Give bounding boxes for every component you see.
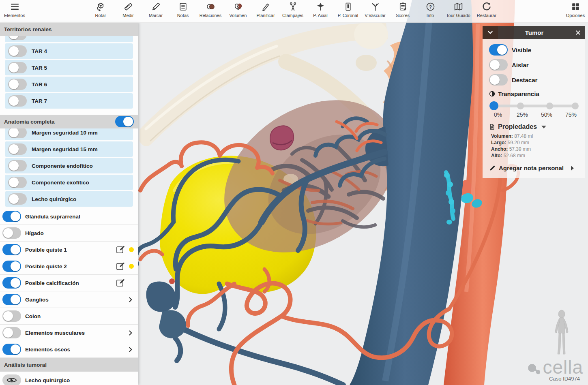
collapse-panel-button[interactable] xyxy=(483,26,498,39)
slider-ticks: 0% 25% 50% 75% xyxy=(489,110,580,118)
sidebar-item-colon[interactable]: Colon xyxy=(0,308,138,325)
toggle[interactable] xyxy=(8,177,27,188)
toolbar-tour-guiado[interactable]: Tour Guiado xyxy=(444,2,472,18)
menu-icon xyxy=(2,2,27,13)
sidebar-item-posible-quiste-1[interactable]: Posible quiste 1 xyxy=(0,242,138,258)
section-anatomia-completa: Anatomía completa xyxy=(0,115,138,128)
sidebar-item-higado[interactable]: Hígado xyxy=(0,225,138,242)
toggle[interactable] xyxy=(2,277,21,289)
toggle[interactable] xyxy=(2,211,21,222)
eye-icon[interactable] xyxy=(2,374,21,385)
edit-icon[interactable] xyxy=(116,245,125,255)
toolbar-elementos[interactable]: Elementos xyxy=(2,2,27,18)
edit-icon[interactable] xyxy=(116,261,125,271)
toggle[interactable] xyxy=(2,261,21,272)
section-analisis-tumoral: Análisis tumoral xyxy=(0,358,138,372)
toggle[interactable] xyxy=(8,160,27,171)
top-toolbar: Elementos Rotar Medir Marcar Notas Relac… xyxy=(0,0,588,23)
visible-toggle-row[interactable]: Visible xyxy=(489,44,580,56)
destacar-toggle-row[interactable]: Destacar xyxy=(489,74,580,86)
toolbar-notas[interactable]: Notas xyxy=(169,2,197,18)
calcification[interactable] xyxy=(270,126,294,150)
sidebar-item-componente-endofitico[interactable]: Componente endofítico xyxy=(5,158,133,173)
edit-icon[interactable] xyxy=(116,278,125,288)
aislar-toggle-row[interactable]: Aislar xyxy=(489,59,580,71)
toggle[interactable] xyxy=(2,344,21,355)
toolbar-relaciones[interactable]: Relaciones xyxy=(197,2,224,18)
brand-watermark: cella Caso ID4974 xyxy=(527,358,583,382)
overlapping-circles-icon xyxy=(197,2,224,13)
toolbar-marcar[interactable]: Marcar xyxy=(142,2,170,18)
sidebar-item-margen-15mm[interactable]: Margen seguridad 15 mm xyxy=(5,141,133,157)
close-icon xyxy=(575,30,581,36)
pen-icon xyxy=(252,2,279,13)
toggle[interactable] xyxy=(489,74,508,86)
sidebar-item-lecho-quirurgico-analisis[interactable]: Lecho quirúrgico xyxy=(0,372,138,385)
sidebar-item-margen-10mm[interactable]: Margen seguridad 10 mm xyxy=(5,128,133,140)
toolbar-scores[interactable]: Scores xyxy=(389,2,416,18)
color-dot-yellow xyxy=(129,247,134,252)
close-panel-button[interactable] xyxy=(571,26,585,39)
toolbar-p-coronal[interactable]: P. Coronal xyxy=(334,2,362,18)
chevron-right-icon[interactable] xyxy=(127,329,134,336)
toggle[interactable] xyxy=(2,227,21,239)
sidebar-item-tar6[interactable]: TAR 6 xyxy=(5,77,133,92)
sidebar-item-posible-quiste-2[interactable]: Posible quiste 2 xyxy=(0,258,138,275)
toggle[interactable] xyxy=(8,143,27,155)
sidebar-item-tar5[interactable]: TAR 5 xyxy=(5,60,133,75)
map-icon xyxy=(444,2,472,13)
toolbar-opciones[interactable]: Opciones xyxy=(562,2,588,18)
toolbar-medir[interactable]: Medir xyxy=(114,2,142,18)
grid-icon xyxy=(562,2,588,13)
toggle[interactable] xyxy=(8,79,27,90)
toggle[interactable] xyxy=(8,36,27,40)
sidebar-item-ganglios[interactable]: Ganglios xyxy=(0,291,138,308)
artery-bit xyxy=(169,278,175,284)
toolbar-restaurar[interactable]: Restaurar xyxy=(473,2,500,18)
axial-plane-icon xyxy=(307,2,334,13)
caret-right-icon xyxy=(571,166,574,171)
toolbar-info[interactable]: ? Info xyxy=(416,2,444,18)
toggle[interactable] xyxy=(8,193,27,205)
property-alto: Alto: 52.68 mm xyxy=(491,153,580,158)
toggle[interactable] xyxy=(8,128,27,138)
add-personal-note-link[interactable]: Agregar nota personal xyxy=(489,165,580,171)
sidebar-item-glandula-suprarrenal[interactable]: Glándula suprarrenal xyxy=(0,208,138,225)
transparency-slider[interactable] xyxy=(489,101,579,110)
toggle[interactable] xyxy=(2,244,21,255)
toggle[interactable] xyxy=(8,95,27,107)
cella-logo-icon xyxy=(527,359,541,375)
sidebar-item-tar4[interactable]: TAR 4 xyxy=(5,43,133,59)
sidebar-item-tar7[interactable]: TAR 7 xyxy=(5,93,133,109)
property-ancho: Ancho: 57.39 mm xyxy=(491,146,580,152)
chevron-right-icon[interactable] xyxy=(127,346,134,353)
scores-clipboard-icon xyxy=(389,2,416,13)
toolbar-rotar[interactable]: Rotar xyxy=(87,2,114,18)
scrolled-row-partial xyxy=(5,36,133,42)
toggle[interactable] xyxy=(2,310,21,322)
case-id: Caso ID4974 xyxy=(527,376,580,382)
toggle[interactable] xyxy=(489,44,508,56)
toolbar-p-axial[interactable]: P. Axial xyxy=(307,2,334,18)
toggle[interactable] xyxy=(2,294,21,305)
chevron-right-icon[interactable] xyxy=(127,296,134,303)
sidebar-item-elementos-oseos[interactable]: Elementos óseos xyxy=(0,341,138,358)
svg-text:?: ? xyxy=(429,4,432,9)
toolbar-planificar[interactable]: Planificar xyxy=(252,2,279,18)
toggle[interactable] xyxy=(489,59,508,71)
toggle[interactable] xyxy=(8,45,27,57)
toggle[interactable] xyxy=(2,327,21,338)
toolbar-v-vascular[interactable]: V.Vascular xyxy=(361,2,389,18)
sidebar-item-elementos-musculares[interactable]: Elementos musculares xyxy=(0,325,138,341)
properties-header[interactable]: Propiedades xyxy=(489,123,580,130)
transparency-label: Transparencia xyxy=(489,90,580,97)
slider-track[interactable] xyxy=(493,105,576,107)
toggle[interactable] xyxy=(8,62,27,73)
sidebar-item-posible-calcificacion[interactable]: Posible calcificación xyxy=(0,275,138,291)
toolbar-volumen[interactable]: Volumen xyxy=(224,2,252,18)
sidebar-item-lecho-quirurgico-margen[interactable]: Lecho quirúrgico xyxy=(5,191,133,207)
slider-knob[interactable] xyxy=(489,101,498,110)
anatomia-completa-toggle[interactable] xyxy=(115,116,134,127)
sidebar-item-componente-exofitico[interactable]: Componente exofítico xyxy=(5,175,133,190)
toolbar-clampajes[interactable]: Clampajes xyxy=(279,2,307,18)
